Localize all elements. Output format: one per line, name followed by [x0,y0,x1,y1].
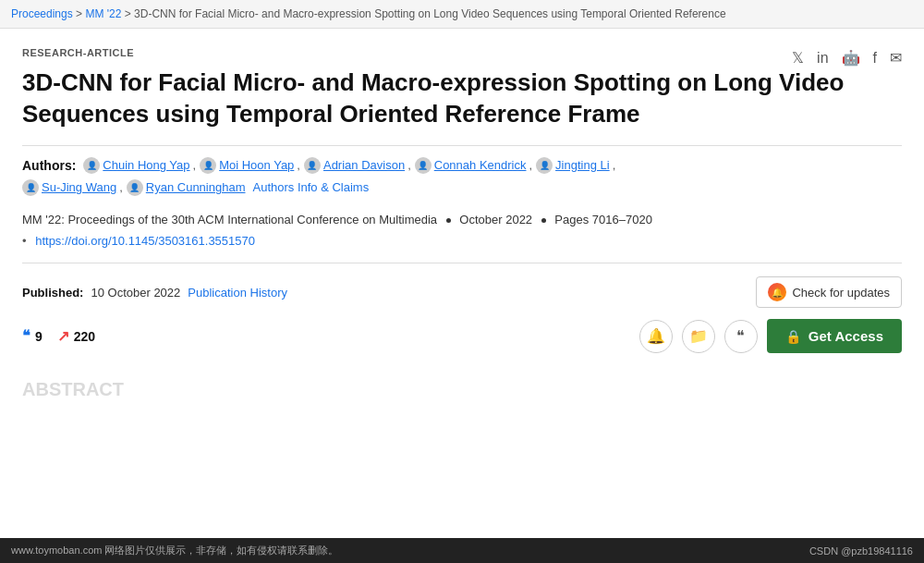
author-connah: 👤 Connah Kendrick, [415,157,532,174]
actions-right: 🔔 📁 ❝ 🔒 Get Access [639,319,902,353]
author-link-ryan[interactable]: Ryan Cunningham [146,180,246,194]
info-divider [22,263,902,263]
breadcrumb-sep1: > [76,7,85,20]
citation-count: ❝ 9 [22,327,43,345]
article-title: 3D-CNN for Facial Micro- and Macro-expre… [22,67,872,130]
published-left: Published: 10 October 2022 Publication H… [22,286,287,300]
twitter-icon[interactable]: 𝕏 [792,49,804,67]
article-type: RESEARCH-ARTICLE [22,47,134,58]
author-link-sujing[interactable]: Su-Jing Wang [42,180,116,194]
conference-date: October 2022 [459,213,532,226]
author-avatar-sujing: 👤 [22,179,39,196]
conference-info: MM '22: Proceedings of the 30th ACM Inte… [22,209,902,252]
lock-icon: 🔒 [785,329,801,344]
author-adrian: 👤 Adrian Davison, [304,157,411,174]
author-link-connah[interactable]: Connah Kendrick [434,158,527,172]
author-link-adrian[interactable]: Adrian Davison [323,158,405,172]
social-icons-group: 𝕏 in 🤖 f ✉ [792,49,902,67]
author-avatar-connah: 👤 [415,157,432,174]
author-avatar-moi: 👤 [200,157,216,174]
abstract-hint: ABSTRACT [0,370,924,400]
published-label: Published: [22,286,83,300]
breadcrumb-title: 3D-CNN for Facial Micro- and Macro-expre… [134,7,726,20]
author-avatar-adrian: 👤 [304,157,321,174]
get-access-label: Get Access [808,328,883,344]
author-avatar-ryan: 👤 [127,179,143,196]
breadcrumb: Proceedings > MM '22 > 3D-CNN for Facial… [0,0,924,29]
author-avatar-jingting: 👤 [536,157,553,174]
get-access-button[interactable]: 🔒 Get Access [767,319,902,353]
author-sujing: 👤 Su-Jing Wang, [22,179,123,196]
breadcrumb-sep2: > [125,7,134,20]
authors-row: Authors: 👤 Chuin Hong Yap, 👤 Moi Hoon Ya… [22,157,902,174]
citations-actions-row: ❝ 9 ↗ 220 🔔 📁 ❝ 🔒 Get Access [22,319,902,361]
notification-button[interactable]: 🔔 [639,320,673,353]
title-divider [22,145,902,146]
check-updates-button[interactable]: 🔔 Check for updates [756,276,902,308]
article-header-row: RESEARCH-ARTICLE 𝕏 in 🤖 f ✉ [22,47,902,67]
conference-pages: Pages 7016–7020 [554,213,652,226]
author-avatar-chuin: 👤 [83,157,100,174]
reads-number: 220 [74,329,95,344]
reads-count: ↗ 220 [57,327,95,345]
author-jingting: 👤 Jingting Li, [536,157,615,174]
main-content: RESEARCH-ARTICLE 𝕏 in 🤖 f ✉ 3D-CNN for F… [0,29,924,370]
email-icon[interactable]: ✉ [890,49,902,67]
citation-number: 9 [35,329,43,344]
author-moi: 👤 Moi Hoon Yap, [200,157,300,174]
reads-icon: ↗ [57,327,69,345]
dot1 [446,218,451,223]
facebook-icon[interactable]: f [873,50,877,67]
author-ryan: 👤 Ryan Cunningham [127,179,246,196]
check-updates-label: Check for updates [792,286,890,300]
breadcrumb-proceedings[interactable]: Proceedings [11,7,73,20]
linkedin-icon[interactable]: in [817,50,828,67]
check-updates-icon: 🔔 [768,283,786,301]
citations-left: ❝ 9 ↗ 220 [22,327,95,345]
published-date: 10 October 2022 [91,286,180,300]
save-button[interactable]: 📁 [682,320,715,353]
breadcrumb-mm22[interactable]: MM '22 [85,7,121,20]
author-chuin: 👤 Chuin Hong Yap, [83,157,196,174]
author-link-moi[interactable]: Moi Hoon Yap [219,158,294,172]
authors-info-link[interactable]: Authors Info & Claims [252,180,369,194]
conference-name: MM '22: Proceedings of the 30th ACM Inte… [22,213,437,226]
dot2 [541,218,546,223]
published-row: Published: 10 October 2022 Publication H… [22,276,902,308]
publication-history-link[interactable]: Publication History [188,286,287,300]
citation-icon: ❝ [22,327,30,345]
doi-bullet: • [22,230,27,251]
cite-button[interactable]: ❝ [724,320,758,353]
authors-row-2: 👤 Su-Jing Wang, 👤 Ryan Cunningham Author… [22,179,902,196]
authors-label: Authors: [22,158,76,173]
reddit-icon[interactable]: 🤖 [842,49,860,67]
author-link-jingting[interactable]: Jingting Li [555,158,610,172]
author-link-chuin[interactable]: Chuin Hong Yap [103,158,189,172]
doi-link[interactable]: https://doi.org/10.1145/3503161.3551570 [35,234,255,248]
